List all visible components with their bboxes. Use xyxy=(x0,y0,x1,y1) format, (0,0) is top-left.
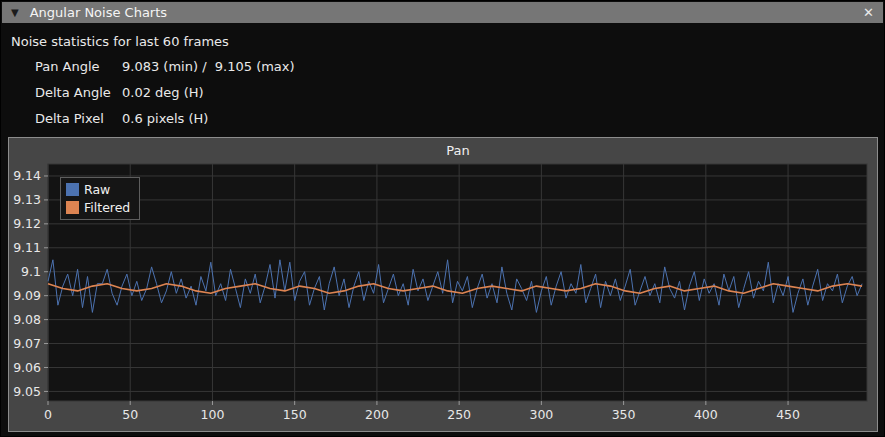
y-tick-label: 9.14 xyxy=(13,168,41,183)
pan-angle-value: 9.083 (min) / 9.105 (max) xyxy=(122,59,295,74)
y-tick-label: 9.06 xyxy=(13,360,41,375)
y-tick-label: 9.05 xyxy=(13,384,41,399)
y-tick-label: 9.07 xyxy=(13,336,41,351)
delta-pixel-value: 0.6 pixels (H) xyxy=(122,111,208,126)
y-tick-label: 9.08 xyxy=(13,312,41,327)
x-tick-label: 50 xyxy=(122,407,138,422)
filtered-series-swatch xyxy=(66,201,79,214)
delta-pixel-label: Delta Pixel xyxy=(35,111,104,126)
delta-angle-value: 0.02 deg (H) xyxy=(122,85,204,100)
x-tick-label: 0 xyxy=(44,407,52,422)
filtered-series-label: Filtered xyxy=(84,200,130,215)
window-title: Angular Noise Charts xyxy=(30,5,167,20)
delta-angle-label: Delta Angle xyxy=(35,85,111,100)
x-tick-label: 250 xyxy=(447,407,471,422)
x-tick-label: 150 xyxy=(283,407,307,422)
stats-header: Noise statistics for last 60 frames xyxy=(11,34,229,49)
x-tick-label: 350 xyxy=(612,407,636,422)
chart-title: Pan xyxy=(48,143,868,158)
pan-angle-label: Pan Angle xyxy=(35,59,100,74)
x-tick-label: 200 xyxy=(365,407,389,422)
close-icon[interactable]: ✕ xyxy=(863,2,874,23)
x-tick-label: 100 xyxy=(201,407,225,422)
y-tick-label: 9.12 xyxy=(13,216,41,231)
title-bar[interactable]: ▼ Angular Noise Charts ✕ xyxy=(2,2,883,23)
y-tick-label: 9.09 xyxy=(13,288,41,303)
x-tick-label: 450 xyxy=(776,407,800,422)
x-tick-label: 400 xyxy=(694,407,718,422)
y-tick-label: 9.11 xyxy=(13,240,41,255)
pan-chart-panel: Pan 0501001502002503003504004509.149.139… xyxy=(8,137,878,432)
raw-series-label: Raw xyxy=(84,182,110,197)
raw-series-swatch xyxy=(66,183,79,196)
angular-noise-charts-window: ▼ Angular Noise Charts ✕ Noise statistic… xyxy=(0,0,885,437)
legend-item-filtered: Filtered xyxy=(66,198,130,216)
legend-item-raw: Raw xyxy=(66,180,130,198)
x-tick-label: 300 xyxy=(529,407,553,422)
y-tick-label: 9.13 xyxy=(13,192,41,207)
y-tick-label: 9.1 xyxy=(21,264,41,279)
chart-legend: Raw Filtered xyxy=(60,177,140,220)
collapse-triangle-icon[interactable]: ▼ xyxy=(11,2,19,23)
